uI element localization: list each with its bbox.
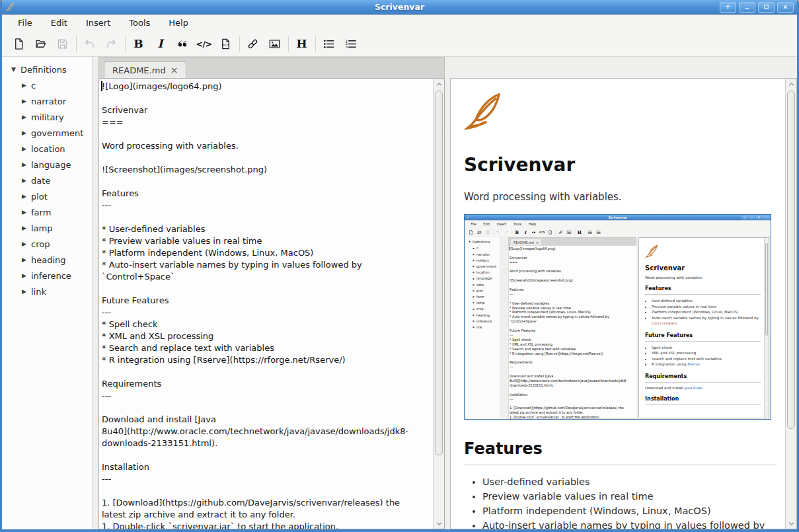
tree-item[interactable]: ▶ government <box>2 125 93 141</box>
tab-readme[interactable]: README.md × <box>104 61 186 78</box>
editor-line: * Preview variable values in real time <box>102 235 432 247</box>
tree-item-label: c <box>31 81 36 91</box>
menu-item[interactable]: Tools <box>120 16 159 30</box>
tree-item[interactable]: ▶ language <box>2 157 93 172</box>
chevron-collapsed-icon[interactable]: ▶ <box>22 256 31 263</box>
bold-button[interactable]: B <box>130 35 147 53</box>
editor-line <box>102 211 432 223</box>
tree-item[interactable]: ▶ link <box>2 284 93 299</box>
minimize-button[interactable] <box>739 2 755 13</box>
editor-line: --- <box>102 200 432 211</box>
toolbar-separator <box>315 36 316 52</box>
tree-item[interactable]: ▶ narrator <box>2 93 93 109</box>
tree-item-label: narrator <box>31 96 66 106</box>
titlebar[interactable]: Scrivenvar <box>2 0 797 15</box>
mini-image-icon <box>567 230 572 235</box>
maximize-button[interactable] <box>758 2 775 13</box>
mini-editor-line: Download and install [Java <box>510 374 636 379</box>
window-title: Scrivenvar <box>2 2 797 12</box>
italic-button[interactable]: I <box>151 35 169 53</box>
feature-item: User-defined variables <box>482 475 779 489</box>
mini-new-file-button <box>468 229 475 235</box>
chevron-collapsed-icon[interactable]: ▶ <box>22 193 31 200</box>
mini-preview-title: Scrivenvar <box>645 264 761 272</box>
scrollbar-thumb[interactable] <box>435 91 443 455</box>
heading-button[interactable]: H <box>293 35 311 53</box>
mini-text-caret <box>510 247 510 250</box>
chevron-expanded-icon[interactable]: ▼ <box>11 66 20 73</box>
menu-item[interactable]: Edit <box>42 16 77 30</box>
scroll-down-icon[interactable] <box>786 518 796 529</box>
tree-item[interactable]: ▶ location <box>2 141 93 157</box>
numbered-list-button[interactable]: 123 <box>342 35 360 53</box>
tree-item[interactable]: ▶ date <box>2 172 93 188</box>
chevron-collapsed-icon[interactable]: ▶ <box>22 225 31 231</box>
svg-text:</>: </> <box>222 42 229 46</box>
scrollbar-thumb[interactable] <box>787 91 795 429</box>
chevron-collapsed-icon[interactable]: ▶ <box>22 82 31 89</box>
new-file-button[interactable] <box>10 35 28 53</box>
tree-item[interactable]: ▶ plot <box>2 188 93 204</box>
tree-item[interactable]: ▶ military <box>2 109 93 125</box>
tree-item[interactable]: ▶ crop <box>2 236 93 252</box>
scroll-up-icon[interactable] <box>434 79 444 89</box>
open-file-button[interactable] <box>32 35 50 53</box>
mini-tab-readme: README.md × <box>510 239 542 246</box>
shade-window-button[interactable] <box>720 2 736 13</box>
mini-tree-item-label: date <box>476 283 484 287</box>
chevron-collapsed-icon[interactable]: ▶ <box>22 209 31 215</box>
chevron-collapsed-icon[interactable]: ▶ <box>22 161 31 168</box>
mini-editor-line <box>510 356 636 360</box>
chevron-collapsed-icon[interactable]: ▶ <box>22 98 31 104</box>
app-window: Scrivenvar FileEditInsertToolsHelp <box>0 0 799 532</box>
editor-line: Scrivenvar <box>102 104 432 116</box>
tree-item[interactable]: ▶ c <box>2 77 93 93</box>
mini-editor-line: --- <box>510 333 636 338</box>
bulleted-list-button[interactable] <box>320 35 338 53</box>
inline-code-button[interactable]: </> <box>195 35 213 53</box>
tree-children: ▶ c ▶ narrator ▶ military ▶ government ▶… <box>2 77 93 299</box>
menu-item[interactable]: Help <box>159 16 198 30</box>
chevron-collapsed-icon[interactable]: ▶ <box>22 288 31 295</box>
tree-item-definitions[interactable]: ▼ Definitions <box>2 61 93 77</box>
mini-toolbar: B I </> </> H <box>465 227 771 237</box>
chevron-collapsed-icon[interactable]: ▶ <box>22 272 31 279</box>
code-block-button[interactable]: </> <box>217 35 235 53</box>
chevron-collapsed-icon[interactable]: ▶ <box>22 241 31 247</box>
chevron-collapsed-icon[interactable]: ▶ <box>22 177 31 184</box>
close-button[interactable] <box>777 2 794 13</box>
svg-text:3: 3 <box>346 45 348 49</box>
arrow-up-icon <box>724 3 732 11</box>
mini-editor-line: `Control+Space` <box>510 319 636 324</box>
scroll-down-icon[interactable] <box>434 518 444 529</box>
scroll-up-icon[interactable] <box>786 79 796 89</box>
chevron-collapsed-icon[interactable]: ▶ <box>22 114 31 120</box>
undo-button[interactable] <box>81 35 98 53</box>
tree-item-label: government <box>31 128 83 138</box>
tree-item[interactable]: ▶ inference <box>2 268 93 284</box>
tree-item[interactable]: ▶ lamp <box>2 220 93 236</box>
chevron-collapsed-icon[interactable]: ▶ <box>22 145 31 152</box>
markdown-text-area[interactable]: ![Logo](images/logo64.png)Scrivenvar===W… <box>99 79 433 529</box>
save-file-button[interactable] <box>54 35 71 53</box>
menu-item[interactable]: Insert <box>77 16 120 30</box>
link-button[interactable] <box>244 35 262 53</box>
image-button[interactable] <box>266 35 284 53</box>
preview-scrollbar[interactable] <box>785 79 796 529</box>
chevron-collapsed-icon[interactable]: ▶ <box>22 130 31 136</box>
mini-requirements-text: Download and install Java 8u40. <box>645 386 761 390</box>
mini-open-folder-icon <box>477 230 482 235</box>
mini-requirements-heading: Requirements <box>645 373 761 383</box>
tree-item[interactable]: ▶ farm <box>2 204 93 220</box>
mini-menubar: FileEditInsertToolsHelp <box>465 221 771 227</box>
tree-item[interactable]: ▶ heading <box>2 252 93 268</box>
menu-item[interactable]: File <box>9 16 42 30</box>
tab-close-icon[interactable]: × <box>171 65 178 75</box>
mini-editor-line: --- <box>510 365 636 369</box>
redo-button[interactable] <box>102 35 120 53</box>
toolbar: B I </> </> H <box>2 31 797 57</box>
mini-editor-line: * R integration using [Rserve](https://r… <box>510 352 636 356</box>
editor-scrollbar[interactable] <box>433 79 444 529</box>
text-caret <box>101 81 102 91</box>
blockquote-button[interactable] <box>173 35 191 53</box>
